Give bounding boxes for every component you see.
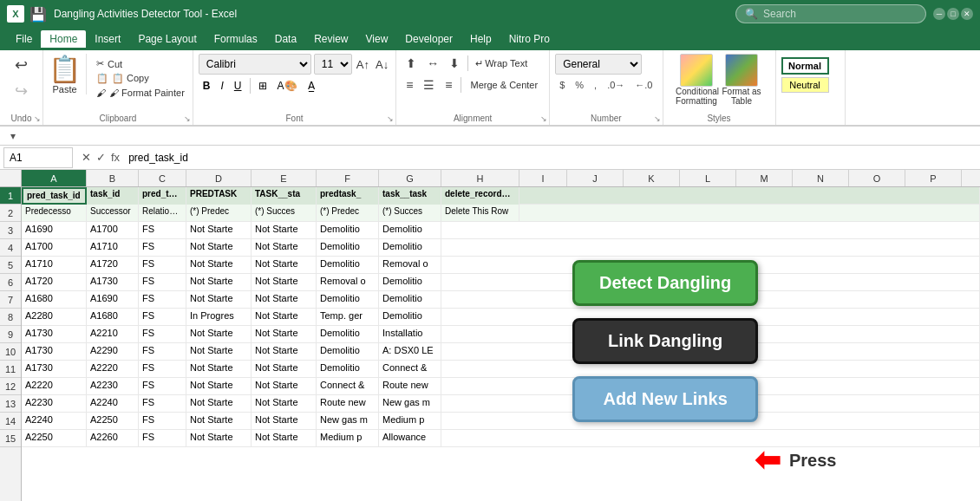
menu-data[interactable]: Data	[266, 30, 305, 48]
comma-button[interactable]: ,	[590, 77, 601, 93]
row-num-8[interactable]: 8	[0, 309, 21, 326]
align-left-button[interactable]: ≡	[402, 75, 417, 94]
row-num-7[interactable]: 7	[0, 291, 21, 309]
cell-f6[interactable]: Removal o	[317, 274, 379, 291]
cell-f2[interactable]: (*) Predec	[317, 205, 379, 222]
cell-b15[interactable]: A2260	[87, 430, 139, 447]
cell-b6[interactable]: A1730	[87, 274, 139, 291]
border-button[interactable]: ⊞	[254, 77, 271, 94]
cell-f7[interactable]: Demolitio	[317, 291, 379, 309]
cell-d12[interactable]: Not Starte	[186, 378, 252, 395]
cell-b14[interactable]: A2250	[87, 413, 139, 430]
cell-e9[interactable]: Not Starte	[252, 326, 317, 343]
row-num-5[interactable]: 5	[0, 257, 21, 274]
cell-c12[interactable]: FS	[139, 378, 186, 395]
cell-b12[interactable]: A2230	[87, 378, 139, 395]
cell-g1[interactable]: task__task	[379, 187, 441, 205]
cell-a3[interactable]: A1690	[22, 222, 87, 239]
col-header-I[interactable]: I	[519, 170, 567, 186]
col-header-Q[interactable]: Q	[962, 170, 980, 186]
row-num-11[interactable]: 11	[0, 361, 21, 378]
row-num-1[interactable]: 1	[0, 187, 21, 205]
number-format-select[interactable]: General	[555, 54, 642, 75]
alignment-expand[interactable]: ↘	[540, 114, 547, 123]
bold-button[interactable]: B	[199, 77, 215, 94]
cell-b1[interactable]: task_id	[87, 187, 139, 205]
cell-g12[interactable]: Route new	[379, 378, 441, 395]
font-increase-button[interactable]: A↑	[355, 56, 371, 73]
cell-a2[interactable]: Predecesso	[22, 205, 87, 222]
cell-b3[interactable]: A1700	[87, 222, 139, 239]
number-expand[interactable]: ↘	[654, 114, 661, 123]
cell-e2[interactable]: (*) Succes	[252, 205, 317, 222]
row-num-10[interactable]: 10	[0, 343, 21, 361]
cell-a1[interactable]: pred_task_id	[22, 187, 87, 205]
row-num-14[interactable]: 14	[0, 413, 21, 430]
menu-nitro[interactable]: Nitro Pro	[500, 30, 559, 48]
align-center-button[interactable]: ☰	[419, 75, 439, 94]
cell-f11[interactable]: Demolitio	[317, 361, 379, 378]
col-header-G[interactable]: G	[379, 170, 441, 186]
row-num-2[interactable]: 2	[0, 205, 21, 222]
cell-a8[interactable]: A2280	[22, 309, 87, 326]
row-num-13[interactable]: 13	[0, 395, 21, 413]
cell-d14[interactable]: Not Starte	[186, 413, 252, 430]
format-painter-button[interactable]: 🖌🖌 Format Painter	[94, 87, 187, 99]
italic-button[interactable]: I	[216, 77, 227, 94]
cell-d11[interactable]: Not Starte	[186, 361, 252, 378]
cell-c2[interactable]: Relationshi	[139, 205, 186, 222]
neutral-style-box[interactable]: Neutral	[781, 77, 829, 93]
cell-b13[interactable]: A2240	[87, 395, 139, 413]
align-top-button[interactable]: ⬆	[402, 54, 421, 73]
menu-home[interactable]: Home	[41, 30, 86, 48]
cell-g2[interactable]: (*) Succes	[379, 205, 441, 222]
cell-f14[interactable]: New gas m	[317, 413, 379, 430]
merge-center-button[interactable]: Merge & Center	[465, 76, 545, 94]
decrease-decimal-button[interactable]: ←.0	[630, 77, 657, 93]
cell-e11[interactable]: Not Starte	[252, 361, 317, 378]
font-color-button[interactable]: A̲	[304, 77, 319, 94]
cell-c7[interactable]: FS	[139, 291, 186, 309]
col-header-D[interactable]: D	[186, 170, 252, 186]
font-family-select[interactable]: Calibri	[199, 54, 311, 75]
cell-e15[interactable]: Not Starte	[252, 430, 317, 447]
cell-e5[interactable]: Not Starte	[252, 257, 317, 274]
cell-c10[interactable]: FS	[139, 343, 186, 361]
cell-d5[interactable]: Not Starte	[186, 257, 252, 274]
align-right-button[interactable]: ≡	[441, 75, 456, 94]
cell-g9[interactable]: Installatio	[379, 326, 441, 343]
cell-g3[interactable]: Demolitio	[379, 222, 441, 239]
cell-c15[interactable]: FS	[139, 430, 186, 447]
menu-help[interactable]: Help	[461, 30, 500, 48]
row-num-12[interactable]: 12	[0, 378, 21, 395]
cell-c11[interactable]: FS	[139, 361, 186, 378]
font-size-select[interactable]: 11	[314, 54, 352, 75]
close-btn[interactable]: ✕	[961, 8, 973, 20]
menu-file[interactable]: File	[7, 30, 41, 48]
col-header-E[interactable]: E	[252, 170, 317, 186]
cell-g8[interactable]: Demolitio	[379, 309, 441, 326]
paste-button[interactable]: 📋 Paste	[49, 54, 81, 94]
cell-d15[interactable]: Not Starte	[186, 430, 252, 447]
cell-b7[interactable]: A1690	[87, 291, 139, 309]
format-as-table-button[interactable]: Format as Table	[721, 54, 762, 106]
cell-e12[interactable]: Not Starte	[252, 378, 317, 395]
cell-e3[interactable]: Not Starte	[252, 222, 317, 239]
cell-i1[interactable]	[519, 187, 980, 205]
cell-e1[interactable]: TASK__sta	[252, 187, 317, 205]
increase-decimal-button[interactable]: .0→	[603, 77, 629, 93]
maximize-btn[interactable]: □	[947, 8, 959, 20]
cancel-formula-icon[interactable]: ✕	[80, 149, 93, 166]
col-header-N[interactable]: N	[793, 170, 849, 186]
qa-button[interactable]: ▾	[7, 128, 19, 144]
menu-view[interactable]: View	[357, 30, 397, 48]
cell-a12[interactable]: A2220	[22, 378, 87, 395]
insert-function-icon[interactable]: fx	[109, 149, 121, 166]
cell-a13[interactable]: A2230	[22, 395, 87, 413]
cell-b4[interactable]: A1710	[87, 239, 139, 257]
menu-page-layout[interactable]: Page Layout	[129, 30, 205, 48]
cell-e13[interactable]: Not Starte	[252, 395, 317, 413]
cell-d2[interactable]: (*) Predec	[186, 205, 252, 222]
cell-b5[interactable]: A1720	[87, 257, 139, 274]
cell-d6[interactable]: Not Starte	[186, 274, 252, 291]
